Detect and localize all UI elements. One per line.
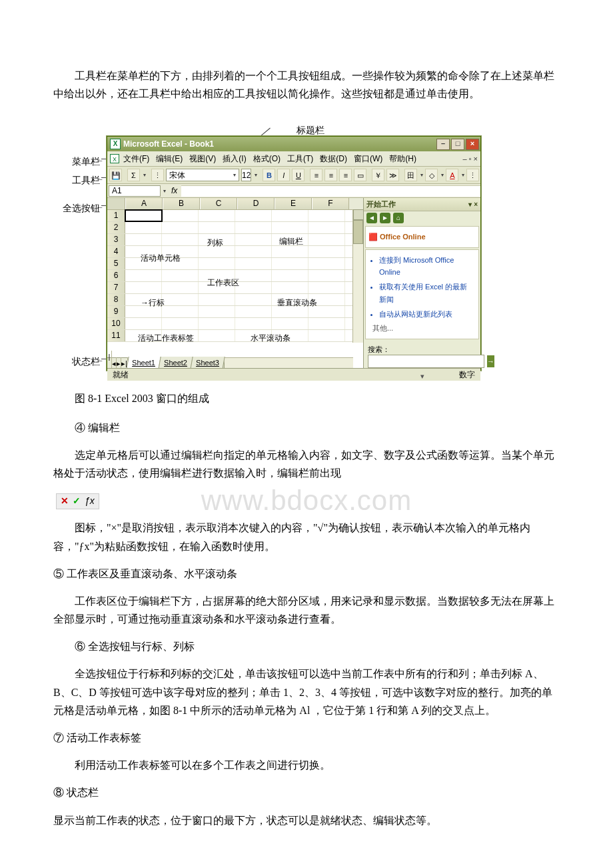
heading-4: ④ 编辑栏 (53, 419, 560, 437)
bold-icon[interactable]: B (263, 169, 275, 181)
formula-bar: A1 ▾ fx (107, 184, 480, 198)
menubar: X 文件(F) 编辑(E) 视图(V) 插入(I) 格式(O) 工具(T) 数据… (107, 151, 480, 167)
namebox-drop-icon[interactable]: ▾ (162, 187, 167, 196)
maximize-button[interactable]: □ (451, 139, 464, 150)
office-online-heading: 🟥 Office Online (365, 226, 479, 248)
menu-file[interactable]: 文件(F) (121, 151, 152, 166)
row-8[interactable]: 8 (107, 294, 125, 305)
col-C[interactable]: C (200, 198, 237, 209)
tab-prev-icon[interactable]: ◂ (112, 357, 117, 369)
name-box[interactable]: A1 (109, 185, 161, 197)
row-5[interactable]: 5 (107, 258, 125, 269)
window-title: Microsoft Excel - Book1 (123, 137, 214, 151)
tab-sheet3[interactable]: Sheet3 (190, 357, 225, 368)
tp-other[interactable]: 其他... (372, 322, 472, 335)
heading-8: ⑧ 状态栏 (53, 783, 560, 801)
formula-input[interactable] (181, 185, 480, 197)
row-9[interactable]: 9 (107, 306, 125, 317)
row-11[interactable]: 11 (107, 330, 125, 341)
status-num: 数字 (459, 368, 475, 381)
align-center-icon[interactable]: ≡ (324, 169, 337, 181)
menu-insert[interactable]: 插入(I) (220, 151, 249, 166)
menu-edit[interactable]: 编辑(E) (153, 151, 185, 166)
menu-tools[interactable]: 工具(T) (285, 151, 316, 166)
align-left-icon[interactable]: ≡ (310, 169, 322, 181)
active-cell[interactable] (125, 210, 162, 221)
tp-link-3[interactable]: 自动从网站更新此列表 (379, 308, 472, 321)
row-3[interactable]: 3 (107, 234, 125, 245)
cancel-icon: ✕ (61, 493, 69, 509)
taskpane-title: 开始工作 (366, 198, 396, 211)
col-A[interactable]: A (125, 198, 163, 209)
label-toolbar: 工具栏 (47, 173, 100, 189)
vertical-scrollbar[interactable] (352, 209, 363, 343)
tab-first-icon[interactable]: |◂ (107, 351, 112, 368)
para-6: 全选按钮位于行标和列标的交汇处，单击该按钮可以选中当前工作表中所有的行和列；单击… (53, 665, 560, 719)
row-1[interactable]: 1 (107, 210, 125, 221)
tp-search-input[interactable] (368, 355, 484, 368)
row-10[interactable]: 10 (107, 318, 125, 329)
horizontal-scrollbar[interactable] (214, 357, 353, 368)
para-4b: 图标，"×"是取消按钮，表示取消本次键入的内容，"√"为确认按钮，表示确认本次输… (53, 519, 560, 555)
fill-icon[interactable]: ◇ (425, 169, 438, 181)
label-status: 状态栏 (47, 354, 100, 370)
merge-icon[interactable]: ▭ (354, 169, 366, 181)
menu-window[interactable]: 窗口(W) (351, 151, 385, 166)
font-select[interactable]: 宋体▾ (166, 169, 239, 181)
underline-icon[interactable]: U (292, 169, 305, 181)
col-F[interactable]: F (312, 198, 349, 209)
minimize-button[interactable]: – (436, 139, 450, 150)
excel-icon: X (110, 139, 121, 149)
excel-diagram: 标题栏 菜单栏 工具栏 全选按钮 状态栏 X Microsoft Excel -… (107, 123, 506, 376)
doc-icon: X (110, 154, 119, 163)
inner-close-icon[interactable]: – ▫ × (462, 153, 478, 165)
select-all-button[interactable] (107, 198, 125, 209)
titlebar: X Microsoft Excel - Book1 – □ × (107, 137, 480, 151)
sheet-area: A B C D E F 1 2 3 4 5 6 7 8 9 10 (107, 198, 363, 368)
borders-icon[interactable]: 田 (404, 169, 417, 181)
menu-format[interactable]: 格式(O) (251, 151, 283, 166)
heading-7: ⑦ 活动工作表标签 (53, 729, 560, 747)
tp-home-icon[interactable]: ⌂ (393, 213, 404, 223)
tp-link-1[interactable]: 连接到 Microsoft Office Online (379, 254, 472, 279)
align-right-icon[interactable]: ≡ (339, 169, 352, 181)
excel-window: X Microsoft Excel - Book1 – □ × X 文件(F) … (107, 136, 481, 371)
sum-icon[interactable]: Σ (127, 169, 140, 181)
menu-view[interactable]: 视图(V) (187, 151, 219, 166)
para-5: 工作表区位于编辑栏下方，占据屏幕的绝大部分区域，用来记录和显示数据。当数据较多无… (53, 592, 560, 628)
italic-icon[interactable]: I (277, 169, 290, 181)
taskpane-drop-icon[interactable]: ▾ × (468, 199, 478, 210)
tp-back-icon[interactable]: ◄ (366, 213, 377, 223)
row-7[interactable]: 7 (107, 282, 125, 293)
tab-next-icon[interactable]: ▸ (117, 357, 121, 369)
intro-para: 工具栏在菜单栏的下方，由排列着的一个个工具按钮组成。一些操作较为频繁的命令除了在… (53, 67, 560, 103)
save-icon[interactable]: 💾 (109, 169, 122, 181)
tp-search-label: 搜索： (368, 343, 476, 356)
confirm-icon: ✓ (73, 493, 81, 509)
tab-sheet1[interactable]: Sheet1 (126, 357, 161, 368)
close-button[interactable]: × (466, 139, 479, 150)
para-4: 选定单元格后可以通过编辑栏向指定的单元格输入内容，如文字、数字及公式函数等运算。… (53, 446, 560, 482)
font-color-icon[interactable]: A (446, 169, 458, 181)
fx-icon[interactable]: fx (167, 184, 181, 197)
label-allsel: 全选按钮 (47, 201, 100, 217)
row-6[interactable]: 6 (107, 270, 125, 281)
row-2[interactable]: 2 (107, 222, 125, 233)
row-4[interactable]: 4 (107, 246, 125, 257)
sheet-tabs: |◂ ◂ ▸ ▸| Sheet1 Sheet2 Sheet3 (107, 357, 214, 368)
tp-go-icon[interactable]: → (487, 355, 494, 367)
col-E[interactable]: E (275, 198, 312, 209)
col-D[interactable]: D (237, 198, 275, 209)
currency-icon[interactable]: ￥ (372, 169, 384, 181)
toolbar-more-icon[interactable]: ⋮ (466, 169, 479, 181)
menu-data[interactable]: 数据(D) (317, 151, 350, 166)
indent-icon[interactable]: ≫ (386, 169, 399, 181)
menu-help[interactable]: 帮助(H) (386, 151, 419, 166)
tp-fwd-icon[interactable]: ► (380, 213, 390, 223)
col-B[interactable]: B (163, 198, 200, 209)
tp-link-2[interactable]: 获取有关使用 Excel 的最新新闻 (379, 281, 472, 305)
label-menubar: 菜单栏 (47, 154, 100, 170)
toolbar-options-icon[interactable]: ⋮ (151, 169, 164, 181)
font-size-select[interactable]: 12 (241, 169, 251, 181)
tab-sheet2[interactable]: Sheet2 (158, 357, 193, 368)
